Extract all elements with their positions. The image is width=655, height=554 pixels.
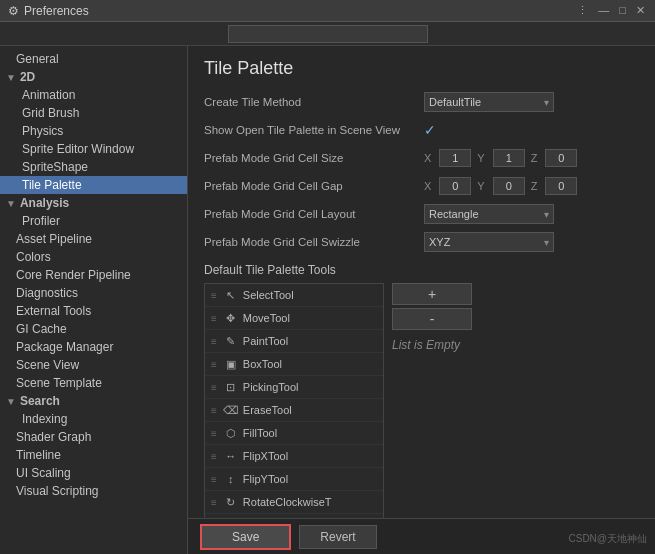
sidebar-item-ui-scaling[interactable]: UI Scaling xyxy=(0,464,187,482)
sidebar-item-gi-cache[interactable]: GI Cache xyxy=(0,320,187,338)
sidebar-item-label: Animation xyxy=(22,88,75,102)
sidebar-item-label: Sprite Editor Window xyxy=(22,142,134,156)
tool-icon: ↕ xyxy=(223,471,239,487)
sidebar-item-label: Shader Graph xyxy=(16,430,91,444)
cell-gap-label: Prefab Mode Grid Cell Gap xyxy=(204,180,424,192)
sidebar-arrow-icon: ▼ xyxy=(6,198,16,209)
tool-name-label: FlipXTool xyxy=(243,450,288,462)
show-palette-checkbox[interactable]: ✓ xyxy=(424,122,436,138)
sidebar-item-label: Analysis xyxy=(20,196,69,210)
drag-handle-icon: ≡ xyxy=(211,359,217,370)
drag-handle-icon: ≡ xyxy=(211,497,217,508)
sidebar: General▼2DAnimationGrid BrushPhysicsSpri… xyxy=(0,46,188,554)
cell-layout-dropdown[interactable]: Rectangle ▾ xyxy=(424,204,554,224)
remove-tool-button[interactable]: - xyxy=(392,308,472,330)
cell-layout-row: Prefab Mode Grid Cell Layout Rectangle ▾ xyxy=(204,203,639,225)
sidebar-item-label: Scene Template xyxy=(16,376,102,390)
sidebar-item-label: GI Cache xyxy=(16,322,67,336)
sidebar-item-timeline[interactable]: Timeline xyxy=(0,446,187,464)
dropdown-layout-arrow-icon: ▾ xyxy=(544,209,549,220)
sidebar-item-profiler[interactable]: Profiler xyxy=(0,212,187,230)
menu-icon[interactable]: ⋮ xyxy=(575,4,590,17)
sidebar-item-animation[interactable]: Animation xyxy=(0,86,187,104)
close-button[interactable]: ✕ xyxy=(634,4,647,17)
sidebar-item-external-tools[interactable]: External Tools xyxy=(0,302,187,320)
cell-size-x-input[interactable] xyxy=(439,149,471,167)
sidebar-arrow-icon: ▼ xyxy=(6,72,16,83)
maximize-button[interactable]: □ xyxy=(617,4,628,17)
preferences-icon: ⚙ xyxy=(8,4,19,18)
create-tile-dropdown[interactable]: DefaultTile ▾ xyxy=(424,92,554,112)
sidebar-item-asset-pipeline[interactable]: Asset Pipeline xyxy=(0,230,187,248)
show-palette-row: Show Open Tile Palette in Scene View ✓ xyxy=(204,119,639,141)
sidebar-item-label: Visual Scripting xyxy=(16,484,99,498)
sidebar-item-diagnostics[interactable]: Diagnostics xyxy=(0,284,187,302)
sidebar-item-scene-view[interactable]: Scene View xyxy=(0,356,187,374)
tool-item[interactable]: ≡⬡FillTool xyxy=(205,422,383,445)
tool-icon: ⬡ xyxy=(223,425,239,441)
sidebar-item-colors[interactable]: Colors xyxy=(0,248,187,266)
sidebar-item-label: Grid Brush xyxy=(22,106,79,120)
sidebar-item-physics[interactable]: Physics xyxy=(0,122,187,140)
cell-size-y-input[interactable] xyxy=(493,149,525,167)
sidebar-item-label: 2D xyxy=(20,70,35,84)
sidebar-item-scene-template[interactable]: Scene Template xyxy=(0,374,187,392)
save-button[interactable]: Save xyxy=(200,524,291,550)
sidebar-item-tile-palette[interactable]: Tile Palette xyxy=(0,176,187,194)
sidebar-item-label: Timeline xyxy=(16,448,61,462)
drag-handle-icon: ≡ xyxy=(211,382,217,393)
show-palette-label: Show Open Tile Palette in Scene View xyxy=(204,124,424,136)
tools-list: ≡↖SelectTool≡✥MoveTool≡✎PaintTool≡▣BoxTo… xyxy=(204,283,384,538)
sidebar-item-visual-scripting[interactable]: Visual Scripting xyxy=(0,482,187,500)
cell-gap-z-input[interactable] xyxy=(545,177,577,195)
sidebar-item-label: Package Manager xyxy=(16,340,113,354)
drag-handle-icon: ≡ xyxy=(211,474,217,485)
add-tool-button[interactable]: + xyxy=(392,283,472,305)
tool-item[interactable]: ≡↻RotateClockwiseT xyxy=(205,491,383,514)
content-area: Tile Palette Create Tile Method DefaultT… xyxy=(188,46,655,554)
tool-item[interactable]: ≡↖SelectTool xyxy=(205,284,383,307)
sidebar-item-indexing[interactable]: Indexing xyxy=(0,410,187,428)
tool-name-label: MoveTool xyxy=(243,312,290,324)
cell-size-z-input[interactable] xyxy=(545,149,577,167)
sidebar-item-package-manager[interactable]: Package Manager xyxy=(0,338,187,356)
sidebar-item-grid-brush[interactable]: Grid Brush xyxy=(0,104,187,122)
tool-item[interactable]: ≡⊡PickingTool xyxy=(205,376,383,399)
sidebar-item-core-render-pipeline[interactable]: Core Render Pipeline xyxy=(0,266,187,284)
drag-handle-icon: ≡ xyxy=(211,336,217,347)
tool-item[interactable]: ≡✎PaintTool xyxy=(205,330,383,353)
sidebar-item-general[interactable]: General xyxy=(0,50,187,68)
sidebar-item-shader-graph[interactable]: Shader Graph xyxy=(0,428,187,446)
cell-layout-label: Prefab Mode Grid Cell Layout xyxy=(204,208,424,220)
revert-button[interactable]: Revert xyxy=(299,525,376,549)
sidebar-item-label: Core Render Pipeline xyxy=(16,268,131,282)
tool-name-label: EraseTool xyxy=(243,404,292,416)
sidebar-item-label: Scene View xyxy=(16,358,79,372)
sidebar-item-spriteshape[interactable]: SpriteShape xyxy=(0,158,187,176)
sidebar-item-search[interactable]: ▼Search xyxy=(0,392,187,410)
dropdown-swizzle-arrow-icon: ▾ xyxy=(544,237,549,248)
drag-handle-icon: ≡ xyxy=(211,405,217,416)
drag-handle-icon: ≡ xyxy=(211,290,217,301)
tool-item[interactable]: ≡✥MoveTool xyxy=(205,307,383,330)
search-input[interactable] xyxy=(228,25,428,43)
sidebar-item-analysis[interactable]: ▼Analysis xyxy=(0,194,187,212)
sidebar-arrow-icon: ▼ xyxy=(6,396,16,407)
cell-gap-x-input[interactable] xyxy=(439,177,471,195)
tool-item[interactable]: ≡↔FlipXTool xyxy=(205,445,383,468)
sidebar-item-2d[interactable]: ▼2D xyxy=(0,68,187,86)
sidebar-item-sprite-editor[interactable]: Sprite Editor Window xyxy=(0,140,187,158)
sidebar-item-label: UI Scaling xyxy=(16,466,71,480)
sidebar-item-label: External Tools xyxy=(16,304,91,318)
tool-item[interactable]: ≡↕FlipYTool xyxy=(205,468,383,491)
tool-item[interactable]: ≡⌫EraseTool xyxy=(205,399,383,422)
tool-item[interactable]: ≡▣BoxTool xyxy=(205,353,383,376)
cell-gap-y-input[interactable] xyxy=(493,177,525,195)
tool-name-label: PickingTool xyxy=(243,381,299,393)
sidebar-item-label: Tile Palette xyxy=(22,178,82,192)
dropdown-arrow-icon: ▾ xyxy=(544,97,549,108)
minimize-button[interactable]: — xyxy=(596,4,611,17)
cell-swizzle-dropdown[interactable]: XYZ ▾ xyxy=(424,232,554,252)
sidebar-item-label: General xyxy=(16,52,59,66)
empty-list-text: List is Empty xyxy=(392,338,460,352)
